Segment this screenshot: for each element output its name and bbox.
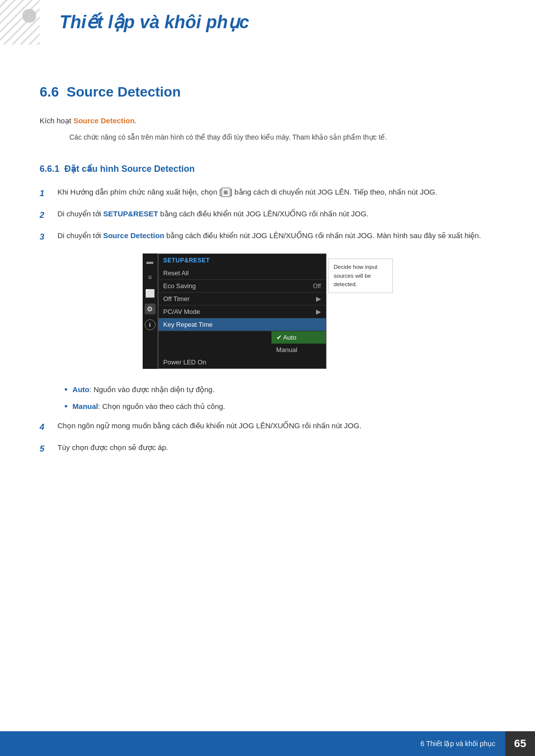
step-5: 5 Tùy chọn được chọn sẽ được áp.	[40, 442, 495, 455]
header-dot	[22, 9, 36, 23]
menu-row-power-led: Power LED On	[159, 356, 326, 368]
menu-icons-column: ▬ ≡ ⬜ ⚙ i	[143, 253, 158, 369]
step-3: 3 Di chuyển tới Source Detection bằng cá…	[40, 230, 495, 244]
steps-list: 1 Khi Hướng dẫn phím chức năng xuất hiện…	[40, 186, 495, 244]
menu-row-off-timer: Off Timer ▶	[159, 293, 326, 305]
intro-paragraph: Kích hoạt Source Detection.	[40, 115, 495, 127]
menu-combined: ▬ ≡ ⬜ ⚙ i SETUP&RESET Reset All Eco Savi…	[143, 253, 326, 369]
menu-row-key-repeat: Key Repeat Time	[159, 318, 326, 331]
menu-icon-gear: ⚙	[145, 303, 156, 314]
menu-screenshot: ▬ ≡ ⬜ ⚙ i SETUP&RESET Reset All Eco Savi…	[40, 253, 495, 369]
bullet-manual: Manual: Chọn nguồn vào theo cách thủ côn…	[64, 401, 495, 413]
subsection-title: 6.6.1 Đặt cấu hình Source Detection	[40, 163, 495, 174]
footer-page-number: 65	[505, 731, 535, 756]
menu-row-pcav-mode: PC/AV Mode ▶	[159, 305, 326, 318]
steps-list-2: 4 Chọn ngôn ngữ mong muốn bằng cách điều…	[40, 420, 495, 455]
step-2: 2 Di chuyển tới SETUP&RESET bằng cách đi…	[40, 208, 495, 222]
menu-row-reset-all: Reset All	[159, 267, 326, 280]
menu-icon-picture: ⬜	[145, 288, 156, 299]
menu-box: SETUP&RESET Reset All Eco Saving Off Off…	[158, 253, 326, 369]
submenu-row-auto: ✔ Auto	[271, 331, 326, 344]
subsection-heading: 6.6.1 Đặt cấu hình Source Detection	[40, 163, 495, 174]
section-title: 6.6 Source Detection	[40, 84, 495, 100]
note-block: Các chức năng có sẵn trên màn hình có th…	[69, 132, 495, 144]
bullet-list: Auto: Nguồn vào được nhận diện tự động. …	[64, 384, 495, 412]
main-content: 6.6 Source Detection Kích hoạt Source De…	[0, 45, 535, 503]
step-4: 4 Chọn ngôn ngữ mong muốn bằng cách điều…	[40, 420, 495, 434]
menu-icon-info: i	[145, 319, 156, 330]
submenu-area: ✔ Auto Manual	[159, 331, 326, 356]
bullet-auto: Auto: Nguồn vào được nhận diện tự động.	[64, 384, 495, 396]
menu-main-area: SETUP&RESET Reset All Eco Saving Off Off…	[158, 253, 326, 369]
menu-box-header: SETUP&RESET	[159, 254, 326, 267]
footer-chapter-text: 6 Thiết lập và khôi phục	[421, 740, 505, 748]
menu-tooltip: Decide how input sources will be detecte…	[328, 258, 393, 293]
page-title: Thiết lập và khôi phục	[59, 12, 249, 33]
page-footer: 6 Thiết lập và khôi phục 65	[0, 731, 535, 756]
section-heading: 6.6 Source Detection	[40, 84, 495, 100]
menu-row-eco-saving: Eco Saving Off	[159, 280, 326, 293]
header-title-bar: Thiết lập và khôi phục	[40, 0, 535, 45]
step-1: 1 Khi Hướng dẫn phím chức năng xuất hiện…	[40, 186, 495, 200]
menu-icon-display: ▬	[145, 256, 156, 267]
submenu-row-manual: Manual	[271, 344, 326, 356]
menu-icon-lines: ≡	[145, 272, 156, 283]
